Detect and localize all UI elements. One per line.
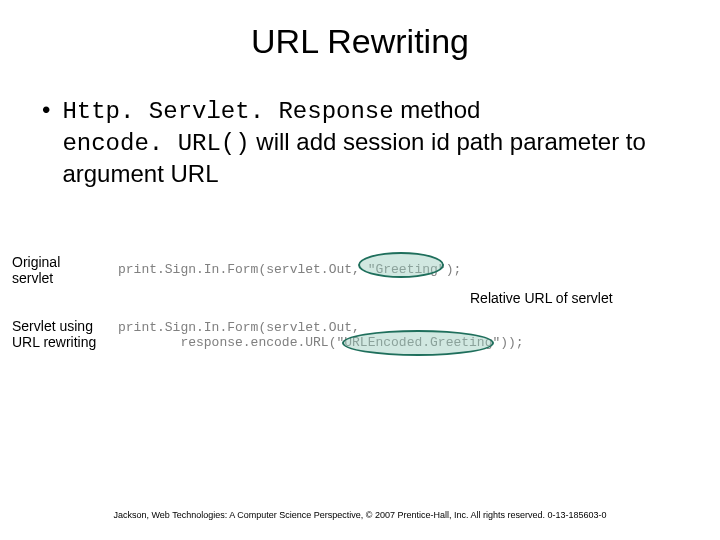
footer-citation: Jackson, Web Technologies: A Computer Sc…	[0, 510, 720, 520]
code-span-1: Http. Servlet. Response	[62, 98, 393, 125]
bullet-text: Http. Servlet. Response method encode. U…	[62, 95, 680, 189]
page-title: URL Rewriting	[0, 22, 720, 61]
label-servlet-rewriting: Servlet using URL rewriting	[12, 318, 100, 350]
text-span-1: method	[394, 96, 481, 123]
label-original-servlet: Original servlet	[12, 254, 92, 286]
highlight-ellipse-encoded	[342, 330, 494, 356]
label-relative-url: Relative URL of servlet	[470, 290, 613, 306]
highlight-ellipse-greeting	[358, 252, 444, 278]
code-span-2: encode. URL()	[62, 130, 249, 157]
bullet-item: • Http. Servlet. Response method encode.…	[42, 95, 680, 189]
bullet-dot: •	[42, 95, 50, 125]
